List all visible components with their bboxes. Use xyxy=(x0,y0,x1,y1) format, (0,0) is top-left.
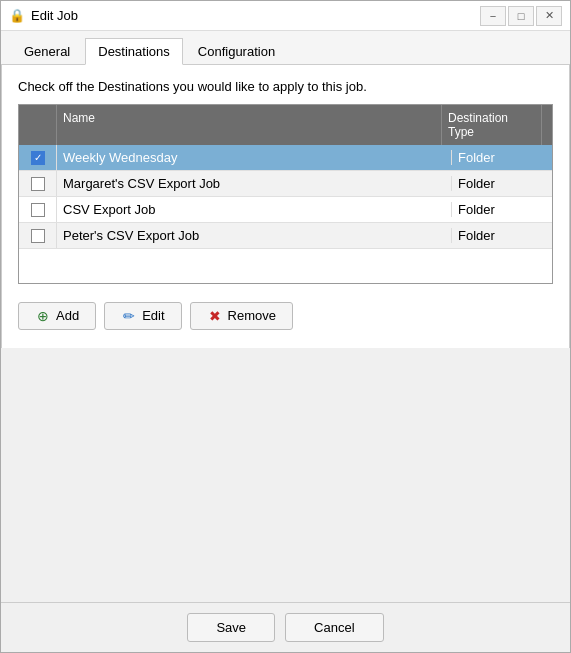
row-dest-type: Folder xyxy=(452,150,552,165)
checkbox[interactable] xyxy=(31,177,45,191)
row-checkbox-cell[interactable] xyxy=(19,223,57,248)
save-button[interactable]: Save xyxy=(187,613,275,642)
row-checkbox-cell[interactable] xyxy=(19,197,57,222)
th-name: Name xyxy=(57,105,442,145)
add-label: Add xyxy=(56,308,79,323)
row-dest-type: Folder xyxy=(452,228,552,243)
table-row[interactable]: Peter's CSV Export Job Folder xyxy=(19,223,552,249)
table-header: Name Destination Type xyxy=(19,105,552,145)
add-button[interactable]: ⊕ Add xyxy=(18,302,96,330)
tabs-bar: General Destinations Configuration xyxy=(1,31,570,65)
title-bar: 🔒 Edit Job − □ ✕ xyxy=(1,1,570,31)
th-extra xyxy=(542,105,552,145)
add-icon: ⊕ xyxy=(35,308,51,324)
th-destination-type: Destination Type xyxy=(442,105,542,145)
edit-label: Edit xyxy=(142,308,164,323)
checkbox[interactable]: ✓ xyxy=(31,151,45,165)
destinations-table: Name Destination Type ✓ Weekly Wednesday xyxy=(18,104,553,284)
description-text: Check off the Destinations you would lik… xyxy=(18,79,553,94)
checkbox[interactable] xyxy=(31,203,45,217)
tab-destinations[interactable]: Destinations xyxy=(85,38,183,65)
footer-spacer xyxy=(1,348,570,603)
row-name: Margaret's CSV Export Job xyxy=(57,176,452,191)
tab-configuration[interactable]: Configuration xyxy=(185,38,288,65)
edit-button[interactable]: ✏ Edit xyxy=(104,302,181,330)
tab-general[interactable]: General xyxy=(11,38,83,65)
window-body: General Destinations Configuration Check… xyxy=(1,31,570,652)
lock-icon: 🔒 xyxy=(9,8,25,24)
action-buttons: ⊕ Add ✏ Edit ✖ Remove xyxy=(18,294,553,334)
title-bar-controls: − □ ✕ xyxy=(480,6,562,26)
row-dest-type: Folder xyxy=(452,202,552,217)
tab-content: Check off the Destinations you would lik… xyxy=(1,65,570,348)
title-bar-left: 🔒 Edit Job xyxy=(9,8,78,24)
minimize-button[interactable]: − xyxy=(480,6,506,26)
th-checkbox xyxy=(19,105,57,145)
checkmark-icon: ✓ xyxy=(34,153,42,163)
maximize-button[interactable]: □ xyxy=(508,6,534,26)
remove-button[interactable]: ✖ Remove xyxy=(190,302,293,330)
footer: Save Cancel xyxy=(1,602,570,652)
table-row[interactable]: ✓ Weekly Wednesday Folder xyxy=(19,145,552,171)
remove-label: Remove xyxy=(228,308,276,323)
table-row[interactable]: CSV Export Job Folder xyxy=(19,197,552,223)
table-body: ✓ Weekly Wednesday Folder Margaret's CSV… xyxy=(19,145,552,249)
row-name: Weekly Wednesday xyxy=(57,150,452,165)
table-row[interactable]: Margaret's CSV Export Job Folder xyxy=(19,171,552,197)
row-checkbox-cell[interactable] xyxy=(19,171,57,196)
row-dest-type: Folder xyxy=(452,176,552,191)
row-name: CSV Export Job xyxy=(57,202,452,217)
close-button[interactable]: ✕ xyxy=(536,6,562,26)
edit-job-window: 🔒 Edit Job − □ ✕ General Destinations Co… xyxy=(0,0,571,653)
checkbox[interactable] xyxy=(31,229,45,243)
row-checkbox-cell[interactable]: ✓ xyxy=(19,145,57,170)
row-name: Peter's CSV Export Job xyxy=(57,228,452,243)
cancel-button[interactable]: Cancel xyxy=(285,613,383,642)
remove-icon: ✖ xyxy=(207,308,223,324)
edit-icon: ✏ xyxy=(121,308,137,324)
window-title: Edit Job xyxy=(31,8,78,23)
